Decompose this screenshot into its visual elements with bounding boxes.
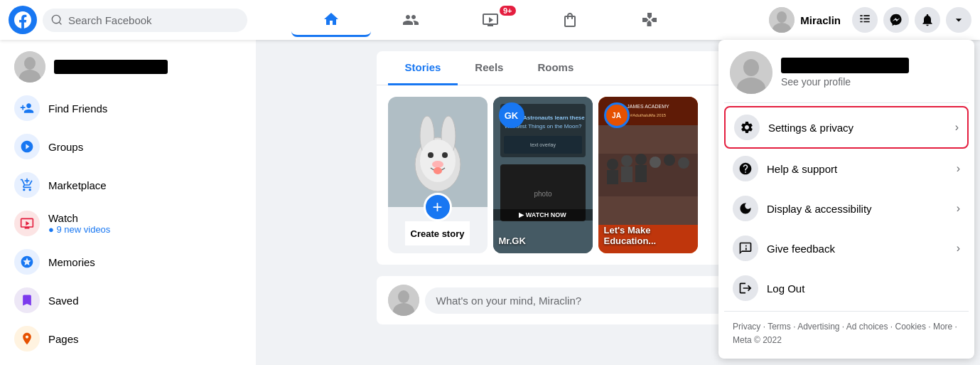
watch-text: Watch ● 9 new videos — [48, 212, 110, 235]
notifications-button[interactable] — [915, 7, 940, 33]
create-story-label: Create story — [411, 228, 465, 239]
menu-divider-1 — [724, 102, 969, 103]
sidebar-item-find-friends[interactable]: Find Friends — [6, 90, 250, 127]
svg-point-12 — [442, 152, 448, 158]
facebook-logo[interactable] — [9, 6, 37, 34]
menu-profile-row[interactable]: See your profile — [724, 46, 969, 100]
story-education-content: JAMES ACADEMY #AduthaluMa 2015 JA Let's … — [598, 97, 698, 253]
create-story-card[interactable]: + Create story — [388, 97, 488, 253]
nav-marketplace[interactable] — [530, 3, 610, 37]
post-placeholder: What's on your mind, Miraclin? — [436, 295, 582, 307]
svg-rect-33 — [621, 166, 632, 182]
logout-icon — [733, 275, 758, 301]
create-story-footer: Create story — [405, 221, 470, 245]
svg-rect-34 — [635, 165, 647, 182]
display-label: Display & accessibility — [767, 203, 948, 215]
topbar-center: 9+ — [256, 3, 724, 37]
sidebar-item-watch[interactable]: Watch ● 9 new videos — [6, 205, 250, 242]
svg-point-4 — [24, 57, 36, 70]
svg-point-27 — [621, 155, 632, 166]
sidebar-item-memories[interactable]: Memories — [6, 243, 250, 280]
watch-sublabel: ● 9 new videos — [48, 224, 110, 235]
svg-text:JAMES ACADEMY: JAMES ACADEMY — [627, 104, 669, 109]
sidebar-item-pages[interactable]: Pages — [6, 320, 250, 357]
saved-icon — [14, 287, 40, 313]
feedback-label: Give feedback — [767, 243, 948, 255]
watch-icon — [14, 211, 40, 236]
svg-point-1 — [777, 11, 787, 23]
menu-profile-avatar — [730, 51, 772, 94]
find-friends-icon — [14, 95, 40, 121]
apps-button[interactable] — [852, 7, 878, 33]
topbar: Search Facebook 9+ Miraclin — [0, 0, 980, 40]
svg-rect-32 — [607, 170, 618, 184]
svg-text:photo: photo — [534, 190, 551, 198]
memories-label: Memories — [48, 256, 95, 268]
groups-label: Groups — [48, 141, 83, 153]
nav-watch[interactable]: 9+ — [451, 3, 530, 37]
search-bar[interactable]: Search Facebook — [43, 9, 247, 32]
profile-chip[interactable]: Miraclin — [763, 4, 846, 36]
menu-item-display[interactable]: Display & accessibility › — [724, 189, 969, 228]
post-box-avatar — [388, 285, 419, 316]
search-placeholder: Search Facebook — [68, 14, 152, 26]
marketplace-label: Marketplace — [48, 179, 107, 191]
display-chevron-icon: › — [957, 202, 960, 215]
nav-home[interactable] — [291, 3, 371, 37]
tab-reels[interactable]: Reels — [458, 51, 520, 85]
logout-label: Log Out — [767, 282, 960, 295]
menu-profile-info: See your profile — [781, 58, 909, 88]
menu-profile-sub: See your profile — [781, 76, 909, 88]
settings-chevron-icon: › — [955, 121, 959, 134]
story-education-title: Let's Make Education... — [604, 225, 692, 246]
watch-label: Watch — [48, 212, 110, 224]
sidebar-username-redacted — [54, 60, 168, 74]
pages-icon — [14, 326, 40, 351]
sidebar-item-groups[interactable]: Groups — [6, 128, 250, 165]
settings-label: Settings & privacy — [768, 122, 947, 134]
menu-item-feedback[interactable]: Give feedback › — [724, 228, 969, 268]
saved-label: Saved — [48, 295, 79, 307]
menu-footer: Privacy · Terms · Advertising · Ad choic… — [724, 314, 969, 353]
story-card-education[interactable]: JAMES ACADEMY #AduthaluMa 2015 JA Let's … — [598, 97, 698, 253]
menu-item-help[interactable]: Help & support › — [724, 149, 969, 189]
menu-item-settings[interactable]: Settings & privacy › — [724, 106, 969, 149]
groups-icon — [14, 134, 40, 159]
tab-rooms[interactable]: Rooms — [520, 51, 591, 85]
svg-point-13 — [432, 161, 443, 168]
story-gk-content: Why do Astronauts learn these Weirdest T… — [493, 97, 593, 253]
create-story-plus-button[interactable]: + — [424, 193, 452, 221]
story-gk-avatar: GK — [499, 102, 524, 128]
menu-divider-2 — [724, 311, 969, 312]
svg-point-30 — [664, 154, 675, 166]
menu-profile-name — [781, 58, 909, 73]
svg-point-31 — [678, 157, 689, 169]
create-story-image-area — [388, 97, 488, 207]
topbar-username: Miraclin — [800, 14, 841, 26]
menu-item-logout[interactable]: Log Out — [724, 268, 969, 308]
account-menu-button[interactable] — [946, 7, 971, 33]
svg-point-11 — [428, 152, 434, 158]
sidebar-user[interactable] — [6, 46, 250, 88]
story-gk-title: Mr.GK — [499, 236, 587, 246]
watch-badge: 9+ — [500, 6, 516, 16]
tab-stories[interactable]: Stories — [388, 51, 458, 85]
nav-gaming[interactable] — [610, 3, 689, 37]
sidebar-item-saved[interactable]: Saved — [6, 282, 250, 319]
svg-point-39 — [398, 290, 409, 303]
display-icon — [733, 196, 758, 221]
messenger-button[interactable] — [883, 7, 909, 33]
svg-text:#AduthaluMa 2015: #AduthaluMa 2015 — [630, 113, 666, 117]
story-card-gk[interactable]: Why do Astronauts learn these Weirdest T… — [493, 97, 593, 253]
sidebar-item-marketplace[interactable]: Marketplace — [6, 166, 250, 203]
marketplace-icon — [14, 172, 40, 198]
sidebar-user-avatar — [14, 51, 45, 83]
sidebar: Find Friends Groups Marketplace Watch ● … — [0, 40, 256, 365]
dropdown-menu: See your profile Settings & privacy › He… — [718, 40, 974, 359]
watch-now-badge: ▶ WATCH NOW — [493, 209, 593, 221]
svg-point-29 — [650, 157, 661, 168]
nav-friends[interactable] — [371, 3, 451, 37]
help-icon — [733, 156, 758, 181]
svg-point-26 — [607, 159, 618, 170]
settings-icon — [734, 115, 760, 140]
